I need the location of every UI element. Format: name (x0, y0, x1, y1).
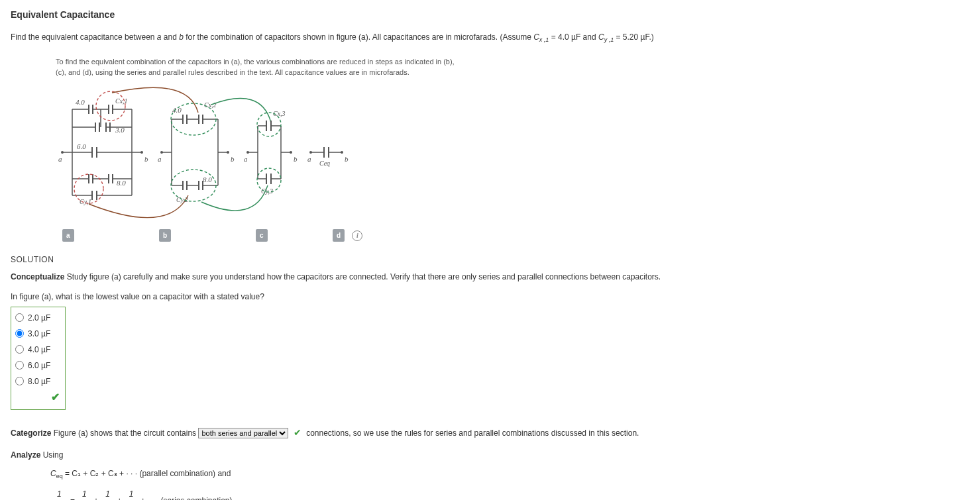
svg-point-62 (246, 151, 249, 154)
frac-1-ceq: 1Ceq (50, 488, 68, 500)
ceq-sub: eq (56, 473, 63, 479)
option-3[interactable]: 4.0 µF (14, 342, 60, 358)
problem-mid1: and (162, 32, 180, 42)
term-a-label: a (58, 155, 62, 163)
term-b: b (179, 32, 184, 42)
categorize-post: connections, so we use the rules for ser… (306, 428, 639, 438)
svg-point-80 (309, 151, 312, 154)
cap-8b: 8.0 (203, 175, 212, 183)
option-5[interactable]: 8.0 µF (14, 374, 60, 389)
figure-block: To find the equivalent combination of th… (56, 57, 466, 242)
parallel-rhs: = C₁ + C₂ + C₃ + · · · (parallel combina… (63, 469, 231, 478)
frac-1-c3: 1C3 (124, 488, 138, 500)
figure-caption: To find the equivalent combination of th… (56, 57, 466, 78)
cx-sub: x ,1 (539, 36, 549, 43)
cy-sub: y ,1 (604, 36, 614, 43)
svg-point-67 (290, 151, 292, 154)
svg-text:a: a (307, 155, 311, 163)
cy-val: = 5.20 µF.) (614, 32, 654, 42)
conceptualize-line: Conceptualize Study figure (a) carefully… (11, 271, 969, 283)
option-5-label: 8.0 µF (28, 375, 50, 387)
fig-label-d: d (333, 229, 345, 242)
cx-val: = 4.0 µF and (549, 32, 598, 42)
option-1[interactable]: 2.0 µF (14, 310, 60, 326)
fig-label-b: b (159, 229, 171, 242)
cap-ceq: Ceq (319, 160, 330, 167)
radio-5[interactable] (15, 377, 24, 385)
frac-1-c2: 1C2 (101, 488, 115, 500)
radio-1[interactable] (15, 313, 24, 322)
option-3-label: 4.0 µF (28, 344, 50, 356)
categorize-label: Categorize (11, 428, 51, 438)
option-2[interactable]: 3.0 µF (14, 326, 60, 342)
conceptualize-text: Study figure (a) carefully and make sure… (64, 272, 661, 281)
svg-point-85 (341, 151, 343, 154)
svg-text:b: b (294, 155, 298, 163)
equation-block: Ceq = C₁ + C₂ + C₃ + · · · (parallel com… (50, 468, 969, 500)
fig-label-c: c (256, 229, 268, 242)
cap-4a: 4.0 (76, 98, 85, 106)
svg-text:a: a (158, 155, 162, 163)
option-1-label: 2.0 µF (28, 312, 50, 324)
check-icon: ✔ (14, 389, 60, 405)
radio-group: 2.0 µF 3.0 µF 4.0 µF 6.0 µF 8.0 µF ✔ (11, 307, 66, 410)
radio-3[interactable] (15, 345, 24, 354)
option-2-label: 3.0 µF (28, 328, 50, 340)
term-a: a (157, 32, 162, 42)
svg-point-43 (227, 151, 229, 154)
figure-diagram: a b 4.0 (56, 86, 360, 225)
check-icon-inline: ✔ (294, 427, 301, 438)
analyze-using: Using (40, 450, 63, 460)
svg-point-1 (61, 151, 64, 154)
cap-cy3: Cy,3 (261, 187, 273, 195)
cap-6: 6.0 (77, 142, 86, 150)
frac-1-c1: 1C1 (77, 488, 91, 500)
term-b-label: b (144, 155, 148, 163)
solution-head: SOLUTION (11, 254, 969, 266)
svg-text:b: b (345, 155, 349, 163)
radio-2[interactable] (15, 329, 24, 338)
problem-lead: Find the equivalent capacitance between (11, 32, 157, 42)
analyze-label: Analyze (11, 450, 40, 460)
cap-cx1: Cx,1 (115, 97, 128, 105)
series-eq: 1Ceq = 1C1 + 1C2 + 1C3 + · · · (series c… (50, 488, 969, 500)
svg-text:b: b (231, 155, 235, 163)
cx-sym: C (533, 32, 539, 42)
cap-cx2: Cx,2 (204, 101, 217, 109)
categorize-pre: Figure (a) shows that the circuit contai… (51, 428, 198, 438)
option-4-label: 6.0 µF (28, 360, 50, 372)
cy-sym: C (598, 32, 604, 42)
analyze-line: Analyze Using (11, 449, 969, 461)
info-icon[interactable]: i (352, 230, 362, 241)
option-4[interactable]: 6.0 µF (14, 358, 60, 374)
svg-text:a: a (244, 155, 248, 163)
categorize-select[interactable]: both series and parallel (198, 428, 288, 438)
parallel-eq: Ceq = C₁ + C₂ + C₃ + · · · (parallel com… (50, 468, 969, 481)
page-title: Equivalent Capacitance (11, 8, 969, 22)
categorize-line: Categorize Figure (a) shows that the cir… (11, 426, 969, 440)
fig-label-a: a (62, 229, 74, 242)
cap-4b: 4.0 (172, 106, 182, 114)
figure-label-row: a b c d i (56, 229, 466, 242)
cap-3: 3.0 (115, 126, 125, 134)
svg-point-38 (160, 151, 163, 154)
ceq-sym: C (50, 469, 56, 478)
problem-mid2: for the combination of capacitors shown … (184, 32, 533, 42)
radio-4[interactable] (15, 361, 24, 370)
conceptualize-label: Conceptualize (11, 272, 64, 281)
series-tail: + · · · (series combination), (140, 496, 235, 500)
question-1: In figure (a), what is the lowest value … (11, 291, 969, 303)
svg-point-20 (96, 91, 125, 121)
svg-point-5 (140, 151, 143, 154)
problem-statement: Find the equivalent capacitance between … (11, 31, 969, 45)
cap-8: 8.0 (117, 179, 126, 187)
